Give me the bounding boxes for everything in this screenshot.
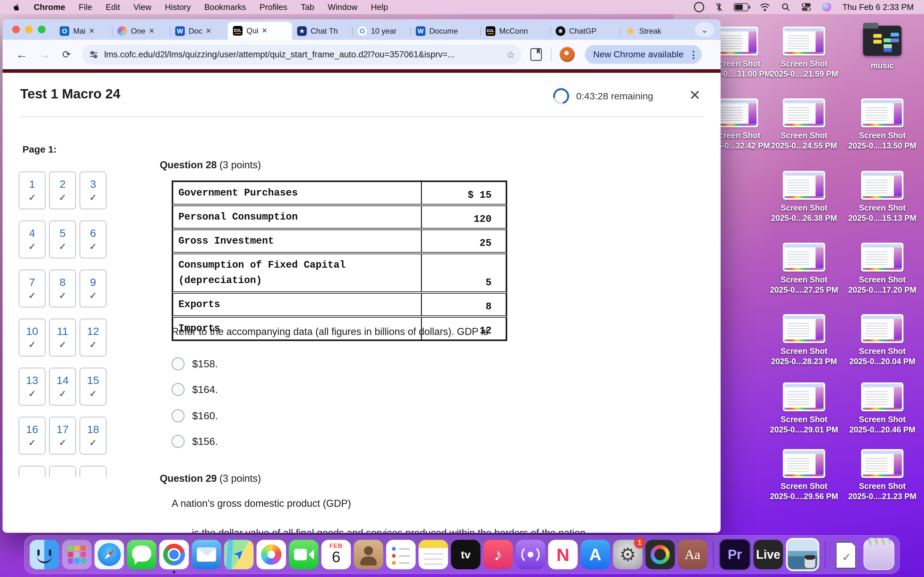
question-nav-button-4[interactable]: 4✓ [19, 221, 45, 258]
menu-item-profiles[interactable]: Profiles [260, 2, 288, 12]
desktop-icon-screenshot[interactable]: Screen Shot2025-0....17.20 PM [845, 244, 919, 295]
menu-item-file[interactable]: File [79, 2, 92, 12]
desktop-icon-screenshot[interactable]: Screen Shot2025-0....21.59 PM [767, 28, 841, 79]
answer-option-2[interactable]: $164. [172, 383, 218, 396]
maps-dock-icon[interactable] [224, 540, 254, 569]
ableton-live-dock-icon[interactable]: Live [754, 540, 783, 569]
tab-chatgpt[interactable]: ✳ ChatGP [551, 23, 620, 40]
desktop-icon-screenshot[interactable]: Screen Shot2025-0....27.25 PM [767, 244, 841, 295]
tab-close-icon[interactable]: ✕ [89, 27, 95, 35]
documents-dock-icon[interactable] [831, 540, 861, 569]
forward-button[interactable]: → [39, 48, 51, 61]
answer-option-3[interactable]: $160. [172, 409, 218, 422]
adobe-cc-dock-icon[interactable] [646, 540, 675, 569]
back-button[interactable]: ← [16, 48, 27, 61]
question-nav-button-10[interactable]: 10✓ [19, 319, 45, 356]
desktop-icon-screenshot[interactable]: Screen Shot2025-0....29.56 PM [767, 451, 841, 501]
menu-item-bookmarks[interactable]: Bookmarks [204, 2, 246, 12]
tab-onedrive[interactable]: One ✕ [112, 23, 170, 40]
tab-close-icon[interactable]: ✕ [206, 27, 212, 35]
radio-button[interactable] [172, 409, 184, 422]
podcasts-dock-icon[interactable] [516, 540, 545, 569]
battery-icon[interactable] [734, 3, 748, 11]
question-nav-button-20-partial[interactable] [49, 466, 76, 477]
spotlight-search-icon[interactable] [781, 3, 790, 11]
tab-close-icon[interactable]: ✕ [149, 27, 154, 35]
desktop-icon-screenshot[interactable]: Screen Shot2025-0...20.46 PM [845, 384, 919, 435]
tab-quiz-active[interactable]: D2L Qui ✕ [228, 22, 292, 40]
dictionary-dock-icon[interactable]: Aa [678, 540, 708, 569]
desktop-icon-screenshot[interactable]: Screen Shot2025-0....21.23 PM [845, 451, 919, 501]
siri-icon[interactable] [822, 3, 831, 11]
facetime-dock-icon[interactable] [289, 540, 318, 569]
tab-google-search[interactable]: G 10 year [352, 23, 411, 40]
menu-item-history[interactable]: History [165, 2, 191, 12]
tab-word-document[interactable]: W Docume [411, 23, 481, 40]
safari-dock-icon[interactable] [95, 540, 124, 569]
desktop-icon-screenshot[interactable]: Screen Shot2025-0...24.55 PM [767, 100, 841, 151]
question-nav-button-13[interactable]: 13✓ [19, 367, 45, 406]
url-text[interactable]: lms.cofc.edu/d2l/lms/quizzing/user/attem… [104, 50, 506, 60]
bluetooth-off-icon[interactable] [715, 2, 723, 12]
bookmark-star-icon[interactable]: ☆ [506, 49, 515, 60]
reload-button[interactable]: ⟳ [62, 48, 71, 61]
profile-avatar[interactable] [560, 47, 575, 62]
app-store-dock-icon[interactable]: A [581, 540, 610, 569]
question-nav-button-11[interactable]: 11✓ [49, 319, 76, 356]
question-nav-button-12[interactable]: 12✓ [79, 319, 107, 356]
tab-search-chevron-button[interactable]: ⌄ [695, 23, 714, 37]
desktop-icon-screenshot[interactable]: Screen Shot2025-0....15.13 PM [845, 172, 919, 223]
quiz-close-button[interactable]: ✕ [689, 87, 701, 103]
question-nav-button-18[interactable]: 18✓ [79, 417, 107, 455]
adobe-cc-status-icon[interactable] [694, 2, 704, 12]
menu-item-edit[interactable]: Edit [105, 2, 120, 12]
apple-tv-dock-icon[interactable]: tv [451, 540, 481, 569]
tab-close-icon[interactable]: ✕ [262, 27, 267, 35]
update-chrome-button[interactable]: New Chrome available ⋮ [585, 45, 702, 64]
menu-item-window[interactable]: Window [328, 2, 357, 12]
question-nav-button-3[interactable]: 3✓ [79, 171, 107, 210]
question-nav-button-5[interactable]: 5✓ [49, 221, 76, 258]
tab-streak[interactable]: Streak [620, 23, 690, 40]
notes-dock-icon[interactable] [419, 540, 448, 569]
answer-option-1[interactable]: $158. [172, 358, 218, 370]
question-nav-button-19-partial[interactable] [19, 466, 45, 477]
minimize-window-button[interactable] [25, 26, 33, 33]
mail-dock-icon[interactable] [192, 540, 221, 569]
question-nav-button-8[interactable]: 8✓ [49, 269, 76, 308]
menu-item-chrome[interactable]: Chrome [34, 2, 65, 12]
address-bar[interactable]: lms.cofc.edu/d2l/lms/quizzing/user/attem… [82, 45, 521, 64]
radio-button[interactable] [172, 358, 184, 370]
tab-chat[interactable]: ★ Chat Th [292, 23, 352, 40]
close-window-button[interactable] [12, 26, 20, 33]
menu-item-view[interactable]: View [134, 2, 152, 12]
desktop-icon-screenshot[interactable]: Screen Shot2025-0....29.01 PM [767, 384, 841, 435]
tab-mail[interactable]: O Mai ✕ [55, 23, 112, 40]
side-panel-icon[interactable] [530, 48, 542, 61]
question-nav-button-15[interactable]: 15✓ [79, 367, 107, 406]
trash-dock-icon[interactable] [864, 539, 895, 570]
question-nav-button-1[interactable]: 1✓ [19, 171, 45, 210]
menu-item-help[interactable]: Help [371, 2, 388, 12]
calendar-dock-icon[interactable]: FEB 6 [321, 540, 351, 569]
question-nav-button-17[interactable]: 17✓ [49, 417, 76, 455]
radio-button[interactable] [172, 435, 184, 448]
tab-mcconnell-d2l[interactable]: D2L McConn [481, 23, 551, 40]
desktop-icon-screenshot[interactable]: Screen Shot2025-0...26.38 PM [767, 172, 841, 223]
photos-dock-icon[interactable] [257, 540, 286, 569]
premiere-pro-dock-icon[interactable]: Pr [719, 539, 751, 570]
desktop-icon-screenshot[interactable]: Screen Shot2025-0...20.04 PM [845, 316, 919, 366]
reminders-dock-icon[interactable] [386, 540, 416, 569]
wifi-icon[interactable] [759, 3, 771, 11]
desktop-icon-screenshot[interactable]: Screen Shot2025-0....13.50 PM [845, 100, 919, 151]
zoom-window-button[interactable] [38, 26, 45, 33]
photo-file-dock-icon[interactable] [786, 538, 819, 571]
launchpad-dock-icon[interactable] [62, 540, 92, 569]
chrome-dock-icon[interactable] [160, 540, 189, 569]
question-nav-button-16[interactable]: 16✓ [19, 417, 45, 455]
answer-option-4[interactable]: $156. [172, 435, 218, 448]
radio-button[interactable] [172, 383, 184, 396]
news-dock-icon[interactable]: N [548, 540, 578, 569]
music-dock-icon[interactable]: ♪ [483, 540, 513, 569]
menu-bar-clock[interactable]: Thu Feb 6 2:33 PM [842, 2, 914, 12]
